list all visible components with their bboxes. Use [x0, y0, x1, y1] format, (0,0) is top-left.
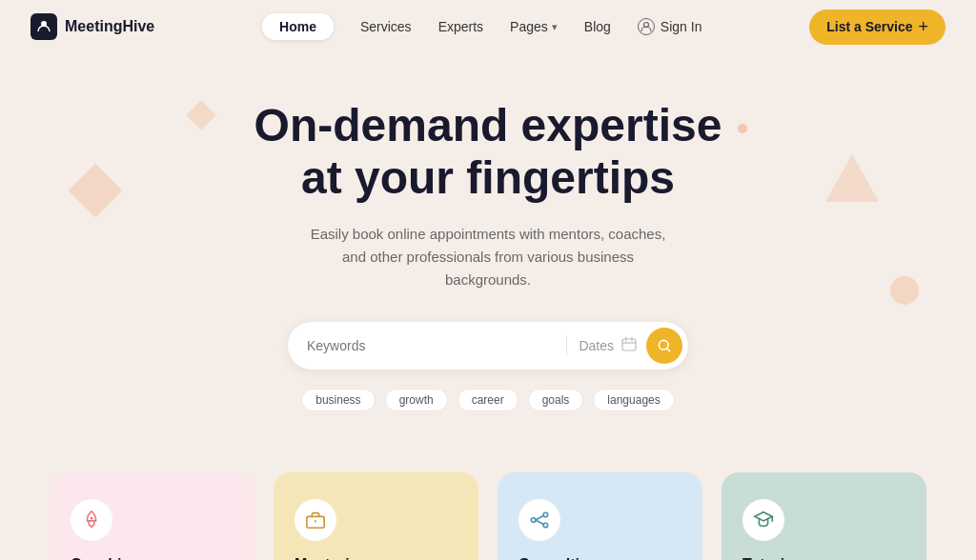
card-consulting: Consulting Quisque tempor urna libero ve…	[498, 472, 702, 560]
service-cards: Coaching Aliquam tristique at suscipit r…	[0, 442, 976, 560]
card-coaching: Coaching Aliquam tristique at suscipit r…	[50, 472, 254, 560]
brand-logo[interactable]: MeetingHive	[30, 13, 154, 40]
plus-icon: +	[918, 17, 928, 37]
search-tags: business growth career goals languages	[19, 389, 957, 411]
svg-point-4	[91, 517, 93, 520]
hero-subtext: Easily book online appointments with men…	[307, 223, 669, 291]
graduation-icon	[753, 510, 774, 530]
nav-services[interactable]: Services	[360, 19, 412, 34]
logo-icon	[30, 13, 57, 40]
svg-point-7	[531, 518, 536, 523]
tag-goals[interactable]: goals	[528, 389, 584, 411]
mentoring-title: Mentoring	[295, 556, 458, 560]
navbar: MeetingHive Home Services Experts Pages …	[0, 0, 976, 53]
svg-point-8	[543, 513, 548, 518]
nav-links: Home Services Experts Pages ▾ Blog	[262, 18, 702, 35]
tag-languages[interactable]: languages	[593, 389, 674, 411]
nav-home[interactable]: Home	[262, 13, 334, 40]
list-service-button[interactable]: List a Service +	[809, 10, 946, 45]
coaching-icon-wrap	[71, 499, 112, 541]
nav-pages[interactable]: Pages ▾	[510, 19, 558, 34]
card-mentoring: Mentoring Fusce feugiat sodales tortor m…	[274, 472, 478, 560]
mentoring-icon-wrap	[295, 499, 336, 541]
hero-section: On-demand expertise at your fingertips E…	[0, 53, 976, 442]
nav-experts[interactable]: Experts	[438, 19, 483, 34]
tutoring-icon-wrap	[742, 499, 784, 541]
user-icon	[638, 18, 655, 35]
search-bar: Dates	[288, 322, 688, 370]
svg-rect-2	[622, 339, 636, 350]
tag-business[interactable]: business	[301, 389, 375, 411]
brand-name: MeetingHive	[65, 18, 154, 35]
svg-point-9	[543, 524, 548, 529]
connect-icon	[529, 510, 550, 530]
calendar-icon	[621, 336, 637, 355]
dates-label: Dates	[579, 338, 614, 353]
tag-growth[interactable]: growth	[385, 389, 448, 411]
pages-chevron-icon: ▾	[552, 21, 558, 33]
briefcase-icon	[305, 510, 326, 530]
keywords-input[interactable]	[307, 338, 555, 353]
rocket-icon	[81, 510, 102, 530]
consulting-icon-wrap	[518, 499, 560, 541]
nav-blog[interactable]: Blog	[584, 19, 611, 34]
search-button[interactable]	[646, 328, 682, 364]
tag-career[interactable]: career	[458, 389, 518, 411]
dates-field[interactable]: Dates	[579, 336, 637, 355]
card-tutoring: Tutoring Morbi tempor eros et mauris pos…	[722, 472, 926, 560]
hero-headline: On-demand expertise at your fingertips	[19, 99, 957, 204]
tutoring-title: Tutoring	[742, 556, 905, 560]
coaching-title: Coaching	[71, 556, 234, 560]
consulting-title: Consulting	[518, 556, 681, 560]
search-divider	[566, 335, 567, 356]
nav-sign-in[interactable]: Sign In	[638, 18, 702, 35]
